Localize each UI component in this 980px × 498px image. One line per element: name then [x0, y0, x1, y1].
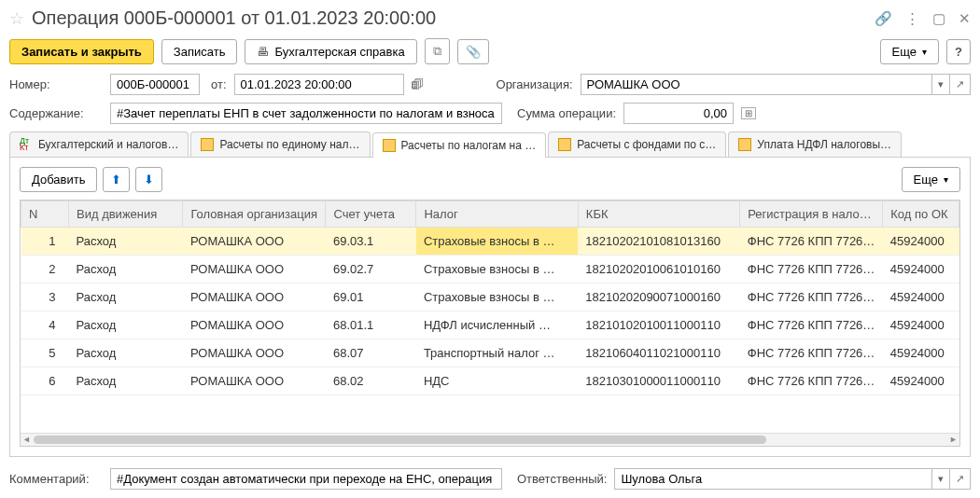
sum-input[interactable] — [623, 103, 734, 124]
cell[interactable]: 5 — [21, 339, 69, 367]
table-row[interactable]: 5РасходРОМАШКА ООО68.07Транспортный нало… — [21, 339, 959, 367]
cell[interactable]: РОМАШКА ООО — [183, 367, 326, 395]
cell[interactable]: 69.01 — [326, 284, 416, 311]
cell[interactable]: 68.02 — [326, 367, 416, 395]
cell[interactable]: РОМАШКА ООО — [183, 284, 326, 311]
move-up-button[interactable]: ⬆ — [103, 167, 130, 192]
col-org[interactable]: Головная организация — [183, 201, 326, 228]
cell[interactable]: РОМАШКА ООО — [183, 228, 326, 256]
cell[interactable]: Страховые взносы в … — [416, 228, 578, 256]
cell[interactable]: 1 — [21, 228, 69, 256]
cell[interactable]: Расход — [69, 228, 183, 256]
cell[interactable]: 69.02.7 — [326, 256, 416, 284]
resp-open-icon[interactable]: ↗ — [949, 469, 970, 489]
calculator-icon[interactable]: ⊞ — [741, 107, 756, 119]
cell[interactable]: 18210202010061010160 — [578, 256, 739, 284]
cell[interactable]: РОМАШКА ООО — [183, 311, 326, 339]
scrollbar-thumb[interactable] — [34, 436, 766, 444]
content-input[interactable] — [110, 103, 502, 124]
cell[interactable]: 45924000 — [883, 311, 959, 339]
org-open-icon[interactable]: ↗ — [949, 75, 970, 94]
cell[interactable]: ФНС 7726 КПП 77260… — [740, 367, 883, 395]
cell[interactable]: 4 — [21, 311, 69, 339]
org-dropdown-icon[interactable]: ▾ — [931, 75, 949, 94]
org-input[interactable] — [581, 75, 931, 94]
kebab-menu-icon[interactable]: ⋮ — [905, 10, 919, 27]
cell[interactable]: ФНС 7726 КПП 77260… — [740, 284, 883, 311]
col-code[interactable]: Код по ОК — [883, 201, 959, 228]
data-table[interactable]: N Вид движения Головная организация Счет… — [21, 201, 959, 395]
cell[interactable]: 18210202090071000160 — [578, 284, 739, 311]
cell[interactable]: Расход — [69, 339, 183, 367]
save-close-button[interactable]: Записать и закрыть — [9, 39, 154, 64]
date-extra-icon[interactable]: 🗐 — [412, 77, 424, 91]
cell[interactable]: Расход — [69, 256, 183, 284]
table-row[interactable]: 3РасходРОМАШКА ООО69.01Страховые взносы … — [21, 284, 959, 311]
number-input[interactable] — [110, 74, 200, 95]
cell[interactable]: НДС — [416, 367, 578, 395]
help-button[interactable]: ? — [946, 39, 971, 64]
table-row[interactable]: 2РасходРОМАШКА ООО69.02.7Страховые взнос… — [21, 256, 959, 284]
cell[interactable]: 68.01.1 — [326, 311, 416, 339]
close-icon[interactable]: ✕ — [959, 10, 971, 27]
tab-accounting[interactable]: ДтКт Бухгалтерский и налогов… — [9, 131, 189, 157]
cell[interactable]: 45924000 — [883, 284, 959, 311]
cell[interactable]: ФНС 7726 КПП 77260… — [740, 339, 883, 367]
cell[interactable]: 18210202101081013160 — [578, 228, 739, 256]
cell[interactable]: 3 — [21, 284, 69, 311]
tab-ndfl[interactable]: Уплата НДФЛ налоговы… — [728, 131, 902, 157]
cell[interactable]: Расход — [69, 284, 183, 311]
print-reference-button[interactable]: 🖶 Бухгалтерская справка — [245, 39, 416, 64]
cell[interactable]: 18210301000011000110 — [578, 367, 739, 395]
cell[interactable]: 45924000 — [883, 367, 959, 395]
cell[interactable]: РОМАШКА ООО — [183, 256, 326, 284]
table-row[interactable]: 4РасходРОМАШКА ООО68.01.1НДФЛ исчисленны… — [21, 311, 959, 339]
col-kbk[interactable]: КБК — [578, 201, 739, 228]
cell[interactable]: Страховые взносы в … — [416, 284, 578, 311]
favorite-star-icon[interactable]: ☆ — [9, 8, 24, 29]
cell[interactable]: ФНС 7726 КПП 77260… — [740, 256, 883, 284]
add-row-button[interactable]: Добавить — [20, 167, 97, 192]
copy-button[interactable]: ⧉ — [425, 38, 450, 64]
save-button[interactable]: Записать — [161, 39, 238, 64]
cell[interactable]: 45924000 — [883, 339, 959, 367]
cell[interactable]: Расход — [69, 367, 183, 395]
cell[interactable]: 45924000 — [883, 256, 959, 284]
cell[interactable]: Страховые взносы в … — [416, 256, 578, 284]
cell[interactable]: НДФЛ исчисленный … — [416, 311, 578, 339]
cell[interactable]: РОМАШКА ООО — [183, 339, 326, 367]
horizontal-scrollbar[interactable] — [21, 433, 959, 446]
cell[interactable]: 45924000 — [883, 228, 959, 256]
cell[interactable]: 69.03.1 — [326, 228, 416, 256]
maximize-icon[interactable]: ▢ — [932, 10, 945, 27]
tab-tax-calc[interactable]: Расчеты по налогам на … — [372, 132, 547, 158]
col-tax[interactable]: Налог — [416, 201, 578, 228]
cell[interactable]: ФНС 7726 КПП 77260… — [740, 228, 883, 256]
link-icon[interactable]: 🔗 — [875, 10, 892, 27]
tab-single-tax[interactable]: Расчеты по единому нал… — [190, 131, 370, 157]
cell[interactable]: 18210102010011000110 — [578, 311, 739, 339]
date-input[interactable] — [235, 75, 403, 94]
col-acct[interactable]: Счет учета — [326, 201, 416, 228]
tab-funds[interactable]: Расчеты с фондами по с… — [548, 131, 726, 157]
printer-icon: 🖶 — [257, 45, 269, 59]
comment-input[interactable] — [110, 468, 502, 490]
cell[interactable]: Транспортный налог … — [416, 339, 578, 367]
cell[interactable]: 68.07 — [326, 339, 416, 367]
more-button[interactable]: Еще ▾ — [880, 39, 939, 64]
attach-button[interactable]: 📎 — [457, 39, 489, 64]
cell[interactable]: 2 — [21, 256, 69, 284]
cell[interactable]: 18210604011021000110 — [578, 339, 739, 367]
table-more-button[interactable]: Еще ▾ — [902, 167, 960, 192]
col-move[interactable]: Вид движения — [69, 201, 183, 228]
cell[interactable]: Расход — [69, 311, 183, 339]
cell[interactable]: 6 — [21, 367, 69, 395]
responsible-input[interactable] — [615, 469, 931, 489]
move-down-button[interactable]: ⬇ — [135, 167, 162, 192]
col-n[interactable]: N — [21, 201, 69, 228]
table-row[interactable]: 6РасходРОМАШКА ООО68.02НДС18210301000011… — [21, 367, 959, 395]
table-row[interactable]: 1РасходРОМАШКА ООО69.03.1Страховые взнос… — [21, 228, 959, 256]
resp-dropdown-icon[interactable]: ▾ — [931, 469, 949, 489]
col-reg[interactable]: Регистрация в налого… — [740, 201, 883, 228]
cell[interactable]: ФНС 7726 КПП 77260… — [740, 311, 883, 339]
